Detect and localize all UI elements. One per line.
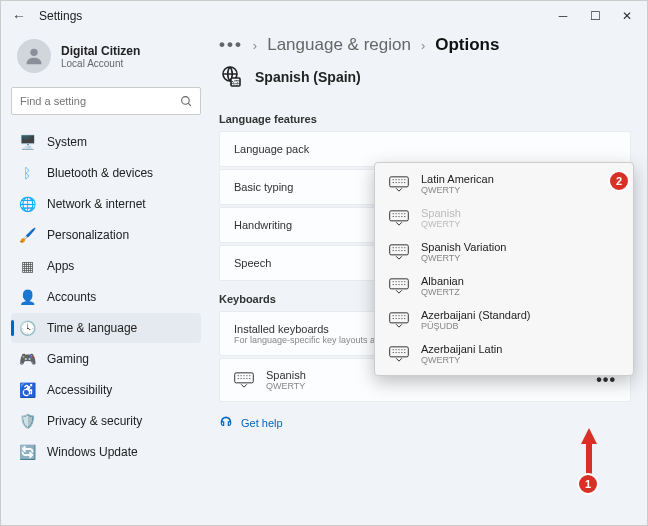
window-title: Settings <box>39 9 82 23</box>
nav-icon: 🖥️ <box>19 134 35 150</box>
keyboard-icon <box>389 278 409 294</box>
keyboard-option-albanian[interactable]: AlbanianQWERTZ <box>375 269 633 303</box>
option-sub: QWERTY <box>421 253 506 263</box>
sidebar-item-windows-update[interactable]: 🔄Windows Update <box>11 437 201 467</box>
svg-rect-18 <box>390 279 409 289</box>
nav-label: Personalization <box>47 228 129 242</box>
nav-icon: 🖌️ <box>19 227 35 243</box>
keyboard-icon <box>234 372 254 388</box>
keyboard-icon <box>389 176 409 192</box>
sidebar-item-privacy-security[interactable]: 🛡️Privacy & security <box>11 406 201 436</box>
nav-label: Time & language <box>47 321 137 335</box>
breadcrumb-more[interactable]: ••• <box>219 35 243 55</box>
keyboard-layout-popup: Latin AmericanQWERTYSpanishQWERTYSpanish… <box>374 162 634 376</box>
keyboard-option-spanish-variation[interactable]: Spanish VariationQWERTY <box>375 235 633 269</box>
search-input[interactable] <box>11 87 201 115</box>
svg-rect-15 <box>390 245 409 255</box>
sidebar-item-personalization[interactable]: 🖌️Personalization <box>11 220 201 250</box>
keyboard-name: Spanish <box>266 369 306 381</box>
nav-icon: 🕓 <box>19 320 35 336</box>
keyboard-icon <box>389 244 409 260</box>
nav-label: Gaming <box>47 352 89 366</box>
svg-rect-6 <box>235 373 254 383</box>
nav-label: Accounts <box>47 290 96 304</box>
profile-name: Digital Citizen <box>61 44 140 58</box>
chevron-right-icon: › <box>253 38 257 53</box>
annotation-badge-1: 1 <box>577 473 599 495</box>
keyboard-option-azerbaijani-latin[interactable]: Azerbaijani LatinQWERTY <box>375 337 633 371</box>
language-globe-icon: A字 <box>219 65 243 89</box>
profile-sub: Local Account <box>61 58 140 69</box>
nav-icon: ᛒ <box>19 165 35 181</box>
svg-point-0 <box>30 49 37 56</box>
nav-icon: 🎮 <box>19 351 35 367</box>
keyboard-option-spanish: SpanishQWERTY <box>375 201 633 235</box>
sidebar-item-accounts[interactable]: 👤Accounts <box>11 282 201 312</box>
breadcrumb-current: Options <box>435 35 499 55</box>
option-sub: PÜŞUDB <box>421 321 530 331</box>
option-name: Latin American <box>421 173 494 185</box>
sidebar-item-gaming[interactable]: 🎮Gaming <box>11 344 201 374</box>
nav-icon: ▦ <box>19 258 35 274</box>
nav-label: Network & internet <box>47 197 146 211</box>
svg-rect-12 <box>390 211 409 221</box>
nav-icon: ♿ <box>19 382 35 398</box>
search-icon <box>180 94 193 112</box>
sidebar-item-bluetooth-devices[interactable]: ᛒBluetooth & devices <box>11 158 201 188</box>
svg-point-1 <box>182 97 190 105</box>
option-name: Albanian <box>421 275 464 287</box>
nav-label: System <box>47 135 87 149</box>
keyboard-option-latin-american[interactable]: Latin AmericanQWERTY <box>375 167 633 201</box>
annotation-badge-2: 2 <box>608 170 630 192</box>
sidebar-item-time-language[interactable]: 🕓Time & language <box>11 313 201 343</box>
nav-icon: 🛡️ <box>19 413 35 429</box>
keyboard-icon <box>389 346 409 362</box>
nav-label: Windows Update <box>47 445 138 459</box>
svg-rect-21 <box>390 313 409 323</box>
sidebar-item-network-internet[interactable]: 🌐Network & internet <box>11 189 201 219</box>
features-heading: Language features <box>219 113 631 125</box>
sidebar-item-system[interactable]: 🖥️System <box>11 127 201 157</box>
breadcrumb-language[interactable]: Language & region <box>267 35 411 55</box>
nav-icon: 👤 <box>19 289 35 305</box>
keyboard-option-azerbaijani-standard-[interactable]: Azerbaijani (Standard)PÜŞUDB <box>375 303 633 337</box>
language-name: Spanish (Spain) <box>255 69 361 85</box>
keyboard-icon <box>389 210 409 226</box>
svg-rect-24 <box>390 347 409 357</box>
nav-label: Apps <box>47 259 74 273</box>
chevron-right-icon: › <box>421 38 425 53</box>
nav-label: Bluetooth & devices <box>47 166 153 180</box>
profile[interactable]: Digital Citizen Local Account <box>11 35 201 77</box>
sidebar-item-apps[interactable]: ▦Apps <box>11 251 201 281</box>
get-help-link[interactable]: Get help <box>219 416 631 430</box>
breadcrumb: ••• › Language & region › Options <box>219 35 631 55</box>
annotation-arrow-icon <box>580 428 598 474</box>
nav-icon: 🔄 <box>19 444 35 460</box>
minimize-button[interactable]: ─ <box>547 2 579 30</box>
nav-icon: 🌐 <box>19 196 35 212</box>
get-help-label: Get help <box>241 417 283 429</box>
nav-label: Accessibility <box>47 383 112 397</box>
option-name: Spanish Variation <box>421 241 506 253</box>
svg-text:A字: A字 <box>230 79 240 86</box>
svg-rect-9 <box>390 177 409 187</box>
keyboard-icon <box>389 312 409 328</box>
svg-line-2 <box>188 103 191 106</box>
option-sub: QWERTY <box>421 219 461 229</box>
nav-label: Privacy & security <box>47 414 142 428</box>
option-name: Azerbaijani Latin <box>421 343 502 355</box>
keyboard-sub: QWERTY <box>266 381 306 391</box>
option-sub: QWERTZ <box>421 287 464 297</box>
back-button[interactable]: ← <box>5 2 33 30</box>
svg-marker-27 <box>581 428 597 474</box>
sidebar-item-accessibility[interactable]: ♿Accessibility <box>11 375 201 405</box>
close-button[interactable]: ✕ <box>611 2 643 30</box>
maximize-button[interactable]: ☐ <box>579 2 611 30</box>
option-name: Spanish <box>421 207 461 219</box>
option-sub: QWERTY <box>421 355 502 365</box>
avatar-icon <box>17 39 51 73</box>
option-name: Azerbaijani (Standard) <box>421 309 530 321</box>
option-sub: QWERTY <box>421 185 494 195</box>
